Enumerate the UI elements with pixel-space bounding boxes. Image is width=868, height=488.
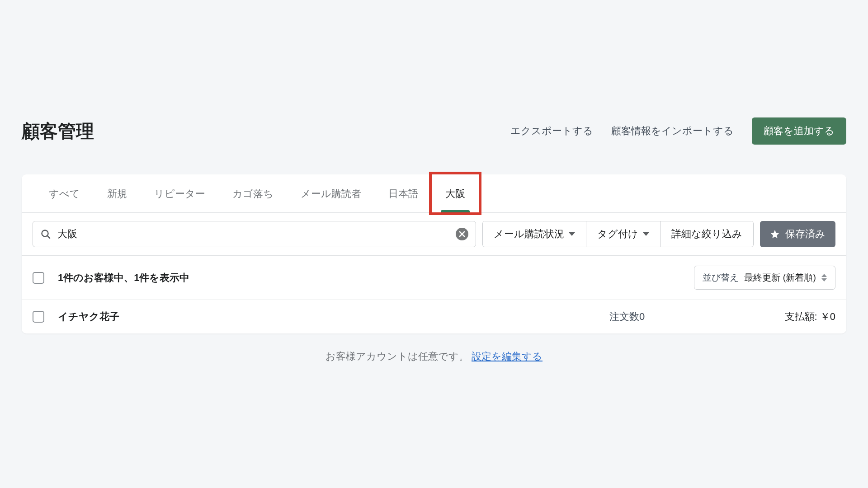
filter-advanced[interactable]: 詳細な絞り込み <box>660 221 753 247</box>
tab-all[interactable]: すべて <box>35 174 94 212</box>
add-customer-button[interactable]: 顧客を追加する <box>752 117 846 145</box>
tab-japanese[interactable]: 日本語 <box>375 174 432 212</box>
export-button[interactable]: エクスポートする <box>510 124 593 138</box>
summary-text: 1件のお客様中、1件を表示中 <box>58 271 189 285</box>
edit-settings-link[interactable]: 設定を編集する <box>472 351 542 362</box>
customer-row[interactable]: イチヤク花子 注文数0 支払額: ￥0 <box>22 300 846 333</box>
saved-filter-label: 保存済み <box>785 227 826 241</box>
tab-abandoned[interactable]: カゴ落ち <box>219 174 287 212</box>
filter-row: メール購読状況 タグ付け 詳細な絞り込み 保存済み <box>22 213 846 256</box>
filter-tagging[interactable]: タグ付け <box>586 221 660 247</box>
sort-icon <box>821 274 827 282</box>
clear-search-button[interactable] <box>456 228 468 240</box>
filter-button-group: メール購読状況 タグ付け 詳細な絞り込み <box>482 221 754 247</box>
import-button[interactable]: 顧客情報をインポートする <box>611 124 734 138</box>
footer-note: お客様アカウントは任意です。 設定を編集する <box>22 333 846 380</box>
tab-mail-subscriber[interactable]: メール購読者 <box>287 174 375 212</box>
saved-filter-button[interactable]: 保存済み <box>760 221 835 247</box>
footer-text: お客様アカウントは任意です。 <box>326 351 469 362</box>
header-actions: エクスポートする 顧客情報をインポートする 顧客を追加する <box>510 117 846 145</box>
tab-osaka[interactable]: 大阪 <box>432 174 479 212</box>
caret-down-icon <box>643 232 649 236</box>
search-input[interactable] <box>57 228 456 240</box>
customer-name: イチヤク花子 <box>58 310 119 324</box>
filter-mail-status[interactable]: メール購読状況 <box>483 221 586 247</box>
search-icon <box>40 229 51 239</box>
customer-orders: 注文数0 <box>609 310 745 324</box>
search-field-wrap <box>33 221 476 247</box>
filter-mail-status-label: メール購読状況 <box>494 227 564 241</box>
summary-left: 1件のお客様中、1件を表示中 <box>33 271 189 285</box>
svg-line-1 <box>47 236 50 238</box>
tab-new[interactable]: 新規 <box>94 174 141 212</box>
tab-repeater[interactable]: リピーター <box>141 174 219 212</box>
list-summary-row: 1件のお客様中、1件を表示中 並び替え 最終更新 (新着順) <box>22 256 846 300</box>
page-title: 顧客管理 <box>22 119 94 144</box>
page-header: 顧客管理 エクスポートする 顧客情報をインポートする 顧客を追加する <box>22 117 846 145</box>
sort-dropdown[interactable]: 並び替え 最終更新 (新着順) <box>694 266 835 290</box>
star-icon <box>770 229 780 239</box>
sort-prefix: 並び替え <box>703 272 739 284</box>
filter-advanced-label: 詳細な絞り込み <box>671 227 742 241</box>
caret-down-icon <box>569 232 575 236</box>
close-icon <box>459 231 465 237</box>
filter-tabs: すべて 新規 リピーター カゴ落ち メール購読者 日本語 大阪 <box>22 174 846 213</box>
row-checkbox[interactable] <box>33 311 44 323</box>
customer-card: すべて 新規 リピーター カゴ落ち メール購読者 日本語 大阪 <box>22 174 846 333</box>
customer-paid: 支払額: ￥0 <box>745 310 835 324</box>
filter-tagging-label: タグ付け <box>597 227 638 241</box>
select-all-checkbox[interactable] <box>33 272 44 284</box>
sort-value: 最終更新 (新着順) <box>744 272 816 284</box>
